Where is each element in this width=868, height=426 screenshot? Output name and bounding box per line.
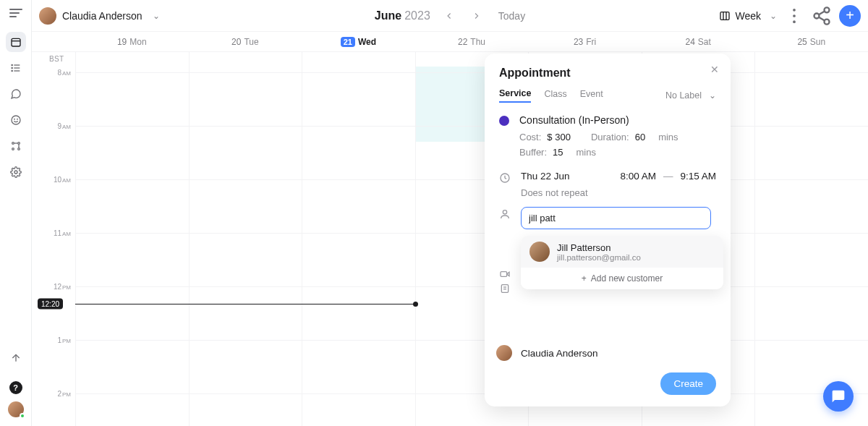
calendar-grid[interactable]: 8AM9AM10AM11AM12PM1PM2PM 12:20 (32, 52, 868, 426)
avatar (496, 345, 512, 361)
nav-apps[interactable] (6, 136, 26, 156)
day-header[interactable]: 25 Sun (754, 32, 868, 51)
svg-point-17 (14, 171, 17, 174)
day-header[interactable]: 19 Mon (75, 32, 189, 51)
date-picker[interactable]: Thu 22 Jun (521, 171, 570, 182)
day-header-row: 19 Mon 20 Tue 21 Wed 22 Thu 23 Fri 24 Sa… (32, 32, 868, 52)
svg-point-22 (793, 14, 796, 17)
svg-rect-18 (720, 12, 729, 20)
svg-point-21 (793, 8, 796, 11)
start-time-picker[interactable]: 8:00 AM (620, 171, 656, 182)
end-time-picker[interactable]: 9:15 AM (680, 171, 716, 182)
tab-service[interactable]: Service (499, 88, 531, 103)
duration-value[interactable]: 60 (635, 132, 645, 142)
hour-label: 12PM (36, 283, 71, 291)
svg-point-10 (17, 119, 17, 119)
hour-label: 8AM (36, 69, 71, 77)
share-button[interactable] (812, 6, 832, 26)
svg-point-9 (14, 119, 14, 119)
clock-icon (499, 172, 511, 184)
page-title: June2023 (375, 9, 430, 22)
buffer-value[interactable]: 15 (553, 147, 563, 158)
create-button[interactable]: + (839, 5, 861, 27)
chevron-down-icon: ⌄ (153, 11, 160, 21)
help-button[interactable]: ? (9, 381, 22, 394)
support-chat-button[interactable] (823, 381, 854, 412)
more-menu-button[interactable] (784, 6, 804, 26)
avatar (39, 7, 56, 25)
svg-point-24 (825, 7, 830, 12)
today-button[interactable]: Today (498, 10, 525, 22)
svg-line-27 (819, 17, 825, 20)
label-picker[interactable]: No Label⌄ (665, 90, 716, 101)
svg-point-8 (12, 116, 20, 124)
svg-point-13 (12, 148, 14, 150)
day-header[interactable]: 24 Sat (642, 32, 755, 51)
day-header[interactable]: 22 Thu (415, 32, 529, 51)
nav-upgrade[interactable] (6, 348, 26, 368)
nav-settings[interactable] (6, 162, 26, 182)
svg-point-30 (503, 210, 506, 214)
next-week-button[interactable] (468, 7, 485, 25)
host-name: Claudia Anderson (521, 348, 598, 359)
add-new-customer-button[interactable]: +Add new customer (521, 268, 723, 289)
avatar (529, 242, 550, 262)
nav-list[interactable] (6, 58, 26, 78)
cost-value[interactable]: 300 (555, 132, 571, 142)
hour-label: 9AM (36, 122, 71, 130)
calendar-owner-picker[interactable]: Claudia Anderson ⌄ (39, 7, 160, 25)
repeat-picker[interactable]: Does not repeat (521, 187, 716, 198)
menu-toggle[interactable] (9, 9, 22, 17)
notes-icon (499, 283, 511, 294)
svg-point-5 (12, 64, 12, 65)
svg-point-23 (793, 20, 796, 23)
svg-point-12 (17, 142, 20, 145)
rail-avatar[interactable] (8, 401, 24, 417)
nav-rail: ? (0, 0, 32, 426)
day-header[interactable]: 20 Tue (189, 32, 302, 51)
owner-name: Claudia Anderson (62, 10, 142, 22)
service-name[interactable]: Consultation (In-Person) (519, 114, 716, 126)
panel-title: Appointment (499, 67, 716, 80)
tab-class[interactable]: Class (544, 89, 566, 102)
now-indicator-label: 12:20 (38, 299, 63, 310)
hour-label: 2PM (36, 390, 71, 398)
svg-point-14 (17, 148, 20, 150)
hour-label: 10AM (36, 176, 71, 184)
now-indicator-line (75, 304, 415, 304)
hour-label: 1PM (36, 336, 71, 344)
svg-rect-31 (501, 272, 507, 277)
close-button[interactable]: ✕ (707, 62, 722, 77)
svg-point-25 (814, 13, 820, 18)
create-appointment-button[interactable]: Create (660, 372, 716, 395)
tab-event[interactable]: Event (580, 89, 603, 102)
svg-point-26 (825, 19, 830, 24)
video-icon (499, 268, 511, 280)
nav-chat[interactable] (6, 84, 26, 104)
svg-rect-0 (12, 38, 20, 46)
appointment-panel: ✕ Appointment Service Class Event No Lab… (485, 54, 731, 406)
person-icon (499, 208, 511, 220)
svg-line-28 (819, 11, 825, 14)
customer-autocomplete: Jill Patterson jill.patterson@gmail.co +… (521, 236, 723, 289)
day-header[interactable]: 23 Fri (528, 32, 642, 51)
nav-emoji[interactable] (6, 110, 26, 130)
day-header-current[interactable]: 21 Wed (302, 32, 415, 51)
prev-week-button[interactable] (441, 7, 458, 25)
hour-label: 11AM (36, 229, 71, 237)
customer-search-input[interactable] (521, 207, 711, 229)
columns-icon (719, 10, 731, 22)
nav-calendar[interactable] (6, 32, 26, 52)
svg-point-7 (12, 70, 12, 71)
chevron-down-icon: ⌄ (709, 90, 716, 101)
view-picker[interactable]: Week ⌄ (719, 10, 777, 22)
autocomplete-item[interactable]: Jill Patterson jill.patterson@gmail.co (521, 236, 723, 268)
chevron-down-icon: ⌄ (770, 11, 777, 21)
svg-point-11 (12, 142, 14, 145)
svg-point-6 (12, 67, 12, 68)
